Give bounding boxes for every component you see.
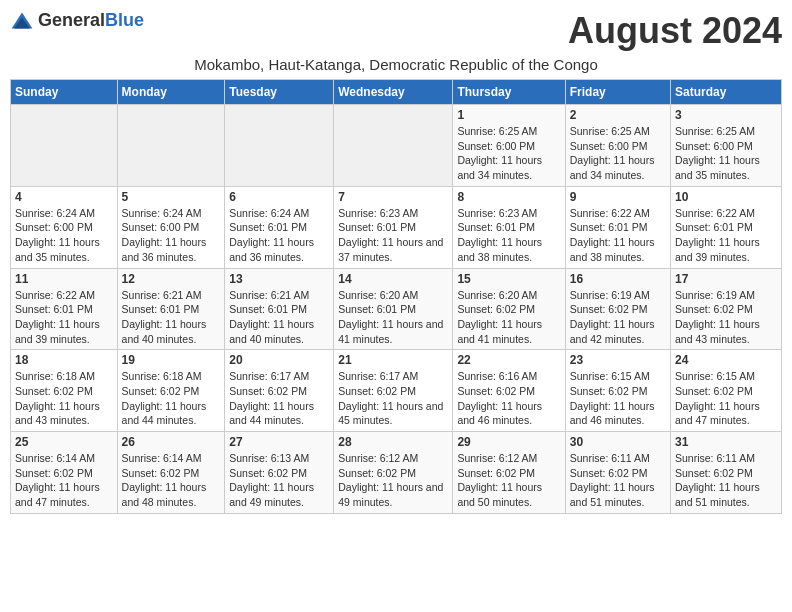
day-cell: 15Sunrise: 6:20 AMSunset: 6:02 PMDayligh… [453,268,565,350]
day-cell: 29Sunrise: 6:12 AMSunset: 6:02 PMDayligh… [453,432,565,514]
day-detail: Sunrise: 6:17 AMSunset: 6:02 PMDaylight:… [229,369,329,428]
day-cell [117,105,225,187]
day-detail: Sunrise: 6:12 AMSunset: 6:02 PMDaylight:… [457,451,560,510]
day-cell: 26Sunrise: 6:14 AMSunset: 6:02 PMDayligh… [117,432,225,514]
day-cell [11,105,118,187]
day-number: 2 [570,108,666,122]
day-detail: Sunrise: 6:19 AMSunset: 6:02 PMDaylight:… [570,288,666,347]
day-cell: 21Sunrise: 6:17 AMSunset: 6:02 PMDayligh… [334,350,453,432]
header-day-monday: Monday [117,80,225,105]
day-number: 27 [229,435,329,449]
day-cell: 16Sunrise: 6:19 AMSunset: 6:02 PMDayligh… [565,268,670,350]
location-title: Mokambo, Haut-Katanga, Democratic Republ… [10,56,782,73]
day-number: 18 [15,353,113,367]
logo-icon [10,11,34,31]
day-cell: 5Sunrise: 6:24 AMSunset: 6:00 PMDaylight… [117,186,225,268]
day-cell: 2Sunrise: 6:25 AMSunset: 6:00 PMDaylight… [565,105,670,187]
day-number: 31 [675,435,777,449]
day-cell: 24Sunrise: 6:15 AMSunset: 6:02 PMDayligh… [671,350,782,432]
day-cell: 23Sunrise: 6:15 AMSunset: 6:02 PMDayligh… [565,350,670,432]
day-number: 13 [229,272,329,286]
day-detail: Sunrise: 6:19 AMSunset: 6:02 PMDaylight:… [675,288,777,347]
day-cell: 6Sunrise: 6:24 AMSunset: 6:01 PMDaylight… [225,186,334,268]
day-number: 21 [338,353,448,367]
day-detail: Sunrise: 6:22 AMSunset: 6:01 PMDaylight:… [675,206,777,265]
day-number: 9 [570,190,666,204]
day-cell: 22Sunrise: 6:16 AMSunset: 6:02 PMDayligh… [453,350,565,432]
header-day-wednesday: Wednesday [334,80,453,105]
day-detail: Sunrise: 6:18 AMSunset: 6:02 PMDaylight:… [15,369,113,428]
day-detail: Sunrise: 6:23 AMSunset: 6:01 PMDaylight:… [457,206,560,265]
day-detail: Sunrise: 6:23 AMSunset: 6:01 PMDaylight:… [338,206,448,265]
day-number: 11 [15,272,113,286]
day-detail: Sunrise: 6:21 AMSunset: 6:01 PMDaylight:… [122,288,221,347]
day-number: 1 [457,108,560,122]
day-number: 26 [122,435,221,449]
day-detail: Sunrise: 6:12 AMSunset: 6:02 PMDaylight:… [338,451,448,510]
day-detail: Sunrise: 6:22 AMSunset: 6:01 PMDaylight:… [15,288,113,347]
day-detail: Sunrise: 6:24 AMSunset: 6:00 PMDaylight:… [15,206,113,265]
day-cell: 28Sunrise: 6:12 AMSunset: 6:02 PMDayligh… [334,432,453,514]
day-number: 4 [15,190,113,204]
day-number: 7 [338,190,448,204]
day-detail: Sunrise: 6:11 AMSunset: 6:02 PMDaylight:… [570,451,666,510]
calendar-table: SundayMondayTuesdayWednesdayThursdayFrid… [10,79,782,514]
day-cell: 27Sunrise: 6:13 AMSunset: 6:02 PMDayligh… [225,432,334,514]
week-row-3: 18Sunrise: 6:18 AMSunset: 6:02 PMDayligh… [11,350,782,432]
header-day-tuesday: Tuesday [225,80,334,105]
day-detail: Sunrise: 6:11 AMSunset: 6:02 PMDaylight:… [675,451,777,510]
day-number: 10 [675,190,777,204]
day-detail: Sunrise: 6:18 AMSunset: 6:02 PMDaylight:… [122,369,221,428]
day-cell: 31Sunrise: 6:11 AMSunset: 6:02 PMDayligh… [671,432,782,514]
day-cell: 19Sunrise: 6:18 AMSunset: 6:02 PMDayligh… [117,350,225,432]
day-detail: Sunrise: 6:25 AMSunset: 6:00 PMDaylight:… [675,124,777,183]
header-day-sunday: Sunday [11,80,118,105]
day-cell: 7Sunrise: 6:23 AMSunset: 6:01 PMDaylight… [334,186,453,268]
day-cell [334,105,453,187]
week-row-0: 1Sunrise: 6:25 AMSunset: 6:00 PMDaylight… [11,105,782,187]
day-number: 30 [570,435,666,449]
day-cell: 30Sunrise: 6:11 AMSunset: 6:02 PMDayligh… [565,432,670,514]
day-detail: Sunrise: 6:20 AMSunset: 6:01 PMDaylight:… [338,288,448,347]
day-number: 17 [675,272,777,286]
header-row: SundayMondayTuesdayWednesdayThursdayFrid… [11,80,782,105]
day-number: 22 [457,353,560,367]
logo-text: GeneralBlue [38,10,144,31]
day-detail: Sunrise: 6:21 AMSunset: 6:01 PMDaylight:… [229,288,329,347]
day-cell: 18Sunrise: 6:18 AMSunset: 6:02 PMDayligh… [11,350,118,432]
day-cell: 12Sunrise: 6:21 AMSunset: 6:01 PMDayligh… [117,268,225,350]
day-detail: Sunrise: 6:15 AMSunset: 6:02 PMDaylight:… [570,369,666,428]
week-row-2: 11Sunrise: 6:22 AMSunset: 6:01 PMDayligh… [11,268,782,350]
header-day-saturday: Saturday [671,80,782,105]
day-number: 12 [122,272,221,286]
calendar-header: SundayMondayTuesdayWednesdayThursdayFrid… [11,80,782,105]
day-cell: 9Sunrise: 6:22 AMSunset: 6:01 PMDaylight… [565,186,670,268]
day-cell: 11Sunrise: 6:22 AMSunset: 6:01 PMDayligh… [11,268,118,350]
day-detail: Sunrise: 6:25 AMSunset: 6:00 PMDaylight:… [570,124,666,183]
day-number: 5 [122,190,221,204]
day-number: 3 [675,108,777,122]
day-cell: 14Sunrise: 6:20 AMSunset: 6:01 PMDayligh… [334,268,453,350]
logo-blue: Blue [105,10,144,30]
day-cell: 8Sunrise: 6:23 AMSunset: 6:01 PMDaylight… [453,186,565,268]
page-header: GeneralBlue August 2024 [10,10,782,52]
calendar-body: 1Sunrise: 6:25 AMSunset: 6:00 PMDaylight… [11,105,782,514]
day-detail: Sunrise: 6:20 AMSunset: 6:02 PMDaylight:… [457,288,560,347]
day-detail: Sunrise: 6:15 AMSunset: 6:02 PMDaylight:… [675,369,777,428]
day-detail: Sunrise: 6:24 AMSunset: 6:00 PMDaylight:… [122,206,221,265]
day-detail: Sunrise: 6:13 AMSunset: 6:02 PMDaylight:… [229,451,329,510]
week-row-4: 25Sunrise: 6:14 AMSunset: 6:02 PMDayligh… [11,432,782,514]
header-day-thursday: Thursday [453,80,565,105]
day-detail: Sunrise: 6:17 AMSunset: 6:02 PMDaylight:… [338,369,448,428]
day-number: 25 [15,435,113,449]
header-day-friday: Friday [565,80,670,105]
day-number: 6 [229,190,329,204]
day-number: 23 [570,353,666,367]
day-cell: 10Sunrise: 6:22 AMSunset: 6:01 PMDayligh… [671,186,782,268]
day-number: 15 [457,272,560,286]
day-number: 16 [570,272,666,286]
day-number: 8 [457,190,560,204]
day-cell: 1Sunrise: 6:25 AMSunset: 6:00 PMDaylight… [453,105,565,187]
day-detail: Sunrise: 6:22 AMSunset: 6:01 PMDaylight:… [570,206,666,265]
logo: GeneralBlue [10,10,144,31]
